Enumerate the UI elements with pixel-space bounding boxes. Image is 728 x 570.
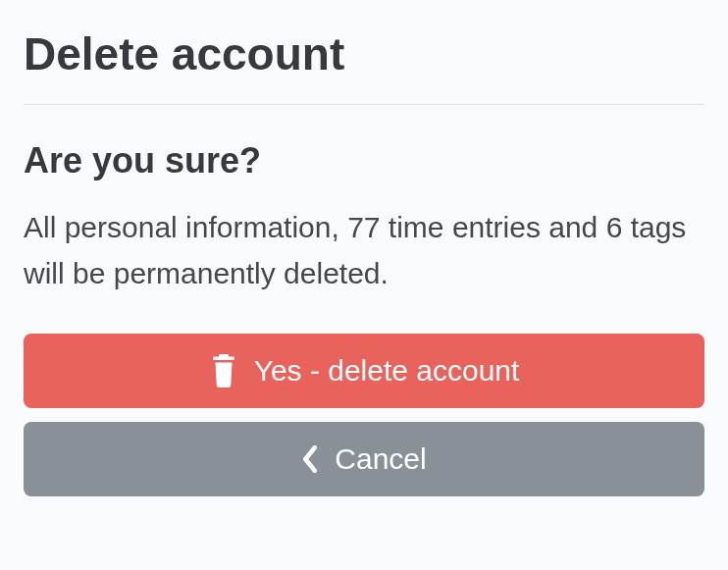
page-title: Delete account — [24, 27, 704, 80]
trash-icon — [209, 354, 238, 388]
confirm-heading: Are you sure? — [24, 140, 704, 181]
delete-button-label: Yes - delete account — [254, 354, 520, 388]
divider — [24, 104, 704, 105]
delete-account-button[interactable]: Yes - delete account — [24, 334, 704, 408]
cancel-button-label: Cancel — [335, 442, 426, 476]
cancel-button[interactable]: Cancel — [24, 422, 704, 496]
svg-rect-1 — [219, 354, 229, 358]
chevron-left-icon — [301, 445, 319, 473]
confirm-body: All personal information, 77 time entrie… — [24, 205, 704, 296]
